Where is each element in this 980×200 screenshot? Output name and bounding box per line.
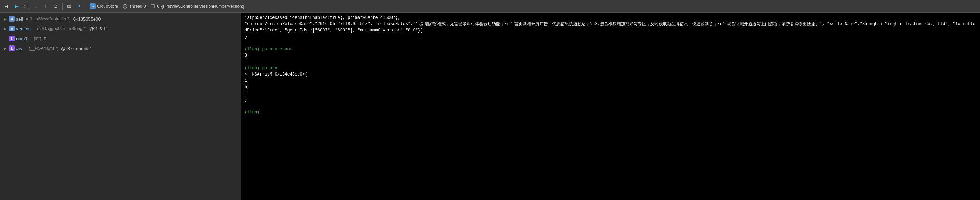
toolbar-separator-2 [86, 3, 86, 10]
back-button[interactable]: ◀ [3, 2, 11, 10]
terminal-line-1: "currentVersionReleaseDate":"2016-05-27T… [245, 21, 977, 34]
terminal-ary-header: <__NSArrayM 0x134e43ce0>( [245, 71, 977, 78]
expand-ary-icon: ▶ [3, 46, 8, 51]
num1-type-badge: L [9, 36, 15, 41]
ary-type: = (__NSArrayM *) [25, 46, 58, 51]
terminal-ary-close: ) [245, 96, 977, 103]
frame-icon [150, 3, 156, 9]
self-name: self [16, 16, 23, 22]
variable-version[interactable]: ▶ A version = (NSTaggedPointerString *) … [0, 24, 241, 34]
send-button[interactable]: ✈ [75, 2, 83, 10]
terminal-prompt: (lldb) [245, 109, 977, 115]
step-into-button[interactable]: ↓ [32, 2, 40, 10]
breadcrumb-thread[interactable]: Thread 8 [129, 4, 146, 9]
step-instruction-button[interactable]: ↥ [52, 2, 59, 10]
ary-name: ary [16, 46, 22, 51]
terminal-ary-5: 5, [245, 84, 977, 90]
toolbar-separator-1 [62, 3, 62, 10]
step-over-button[interactable]: ▷| [22, 2, 30, 10]
breadcrumb: ☁ CloudStore › Thread 8 › 0 -[FirstViewC… [90, 3, 244, 9]
cloudstore-icon: ☁ [90, 3, 96, 9]
num1-value: 0 [44, 36, 46, 41]
terminal-blank-1 [245, 40, 977, 46]
terminal-blank-2 [245, 59, 977, 65]
main-content: ▶ A self = (FirstViewController *) 0x135… [0, 13, 980, 200]
variable-ary[interactable]: ▶ L ary = (__NSArrayM *) @"3 elements" [0, 43, 241, 53]
self-value: 0x135055e00 [73, 16, 101, 22]
thread-icon [122, 3, 128, 9]
version-name: version [16, 26, 31, 32]
ary-value: @"3 elements" [61, 46, 91, 51]
version-value: @"1.5.1" [89, 26, 107, 32]
terminal-ary-count-result: 3 [245, 53, 977, 59]
terminal-line-0: 1stppServiceDasedLicensingEnabled:true},… [245, 15, 977, 21]
num1-name: num1 [16, 36, 28, 41]
continue-button[interactable]: ▶ [13, 2, 20, 10]
breadcrumb-sep-2: › [147, 4, 149, 8]
terminal-ary-1: 1, [245, 78, 977, 84]
svg-rect-3 [151, 5, 154, 8]
terminal-cmd-ary: (lldb) po ary [245, 65, 977, 71]
terminal-cmd-ary-count: (lldb) po ary.count [245, 46, 977, 53]
version-type: = (NSTaggedPointerString *) [33, 26, 87, 31]
ary-type-badge: L [9, 45, 15, 51]
self-type-badge: A [9, 16, 15, 22]
terminal-blank-3 [245, 103, 977, 109]
terminal-line-2: } [245, 34, 977, 40]
num1-type: = (int) [30, 36, 41, 41]
expand-num1-icon: ▶ [3, 36, 8, 41]
variable-num1[interactable]: ▶ L num1 = (int) 0 [0, 34, 241, 43]
terminal-ary-1b: 1 [245, 90, 977, 96]
toolbar: ◀ ▶ ▷| ↓ ↑ ↥ ▦ ✈ ☁ CloudStore › Thread 8… [0, 0, 980, 13]
breadcrumb-frame[interactable]: 0 -[FirstViewController versionNumberVer… [157, 4, 244, 9]
variables-panel: ▶ A self = (FirstViewController *) 0x135… [0, 13, 241, 200]
terminal-panel[interactable]: 1stppServiceDasedLicensingEnabled:true},… [241, 13, 980, 200]
grid-button[interactable]: ▦ [65, 2, 73, 10]
breadcrumb-cloudstore[interactable]: CloudStore [97, 4, 118, 9]
variable-self[interactable]: ▶ A self = (FirstViewController *) 0x135… [0, 14, 241, 24]
breadcrumb-sep-1: › [119, 4, 121, 8]
step-out-button[interactable]: ↑ [42, 2, 49, 10]
version-type-badge: A [9, 26, 15, 32]
self-type: = (FirstViewController *) [26, 16, 70, 21]
expand-self-icon: ▶ [3, 16, 8, 21]
svg-point-2 [124, 6, 126, 6]
expand-version-icon: ▶ [3, 26, 8, 31]
